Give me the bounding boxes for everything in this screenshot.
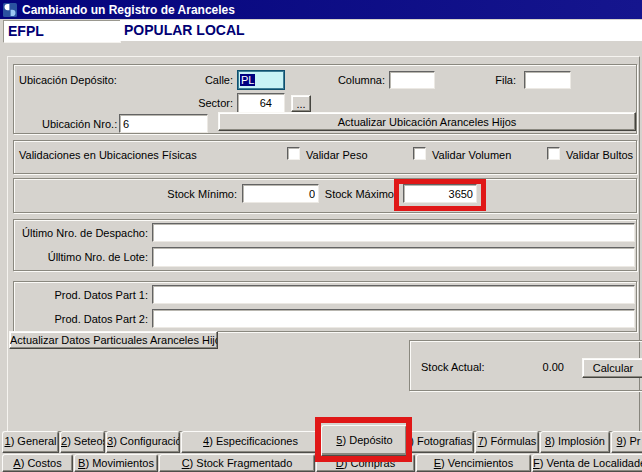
tab-formulas-label: 7) Fórmulas — [476, 432, 538, 451]
validar-bultos-checkbox[interactable] — [547, 147, 560, 160]
sector-label: Sector: — [180, 97, 233, 109]
prod-part1-label: Prod. Datos Part 1: — [18, 289, 148, 301]
product-code-field[interactable]: EFPL — [3, 20, 121, 43]
actualizar-datos-button[interactable]: Actualizar Datos Particuales Aranceles H… — [9, 331, 218, 349]
tab-configuracion-label: 3) Configuración — [107, 432, 179, 451]
tab-configuracion[interactable]: 3) Configuración — [106, 431, 180, 453]
validar-bultos-label: Validar Bultos — [566, 149, 633, 161]
calle-input[interactable]: PL — [237, 70, 285, 90]
columna-input[interactable] — [389, 71, 435, 89]
sector-browse-button[interactable]: ... — [291, 95, 311, 112]
window-title: Cambiando un Registro de Aranceles — [22, 3, 235, 17]
tab-costos[interactable]: A) Costos — [2, 454, 73, 472]
app-s-icon — [3, 3, 17, 17]
title-bar[interactable]: Cambiando un Registro de Aranceles — [0, 0, 642, 19]
tab-compras[interactable]: D) Compras — [316, 454, 415, 472]
columna-label: Columna: — [325, 74, 385, 86]
stock-actual-value: 0.00 — [498, 361, 564, 373]
tab-implosion[interactable]: 8) Implosión — [540, 431, 610, 453]
calle-selected-text: PL — [240, 74, 255, 86]
tab-venta-localidades-label: F) Venta de Localidade — [533, 455, 642, 471]
prod-part1-input[interactable] — [152, 285, 635, 304]
prod-part2-input[interactable] — [152, 309, 635, 328]
ubicacion-nro-label: Ubicación Nro.: — [42, 118, 117, 130]
tab-compras-label: D) Compras — [317, 455, 414, 471]
tab-9-label: 9) Pr — [612, 432, 642, 451]
tab-especificaciones[interactable]: 4) Especificaciones — [181, 431, 320, 453]
ultimo-despacho-label: Último Nro. de Despacho: — [18, 227, 148, 239]
validar-volumen-label: Validar Volumen — [432, 149, 511, 161]
ubicacion-deposito-label: Ubicación Depósito: — [19, 74, 117, 86]
tab-deposito-label: 5) Depósito — [322, 426, 407, 454]
tab-seteos[interactable]: 2) Seteos — [60, 431, 105, 453]
calle-label: Calle: — [180, 74, 233, 86]
tab-seteos-label: 2) Seteos — [61, 432, 104, 451]
stock-actual-label: Stock Actual: — [421, 361, 485, 373]
validar-volumen-checkbox[interactable] — [413, 147, 426, 160]
ultimo-lote-label: Úlltimo Nro. de Lote: — [18, 251, 148, 263]
fila-label: Fila: — [478, 74, 516, 86]
fila-input[interactable] — [524, 71, 571, 89]
tab-general-label: 1) General — [3, 432, 58, 451]
stock-minimo-label: Stock Mínimo: — [158, 188, 237, 200]
ultimo-despacho-input[interactable] — [152, 223, 635, 242]
validaciones-label: Validaciones en Ubicaciones Físicas — [19, 149, 197, 161]
tab-fotografias[interactable]: 6) Fotografias — [402, 431, 474, 453]
tab-stock-fragmentado-label: C) Stock Fragmentado — [160, 455, 314, 471]
ultimo-lote-input[interactable] — [152, 247, 635, 267]
sector-input[interactable] — [237, 93, 285, 113]
calcular-button[interactable]: Calcular — [582, 358, 642, 378]
actualizar-ubicacion-button[interactable]: Actualizar Ubicación Aranceles Hijos — [218, 112, 636, 131]
tab-especificaciones-label: 4) Especificaciones — [182, 432, 319, 451]
validar-peso-checkbox[interactable] — [287, 147, 300, 160]
product-name-field[interactable]: POPULAR LOCAL — [120, 20, 642, 41]
tab-stock-fragmentado[interactable]: C) Stock Fragmentado — [159, 454, 315, 472]
tab-deposito[interactable]: 5) Depósito — [321, 425, 408, 456]
tab-formulas[interactable]: 7) Fórmulas — [475, 431, 539, 453]
dialog-window: Cambiando un Registro de Aranceles EFPL … — [0, 0, 642, 472]
tab-vencimientos-label: E) Vencimientos — [417, 455, 530, 471]
tab-movimientos[interactable]: B) Movimientos — [74, 454, 158, 472]
tab-vencimientos[interactable]: E) Vencimientos — [416, 454, 531, 472]
ubicacion-nro-input[interactable] — [119, 114, 208, 133]
tab-movimientos-label: B) Movimientos — [75, 455, 157, 471]
prod-part2-label: Prod. Datos Part 2: — [18, 313, 148, 325]
stock-maximo-label: Stock Máximo: — [321, 188, 397, 200]
validar-peso-label: Validar Peso — [306, 149, 368, 161]
tab-costos-label: A) Costos — [3, 455, 72, 471]
tab-venta-localidades[interactable]: F) Venta de Localidade — [532, 454, 642, 472]
tab-9[interactable]: 9) Pr — [611, 431, 642, 453]
tab-implosion-label: 8) Implosión — [541, 432, 609, 451]
tab-fotografias-label: 6) Fotografias — [403, 432, 473, 451]
tab-general[interactable]: 1) General — [2, 431, 59, 453]
stock-maximo-input[interactable] — [403, 184, 477, 203]
stock-minimo-input[interactable] — [242, 184, 319, 203]
